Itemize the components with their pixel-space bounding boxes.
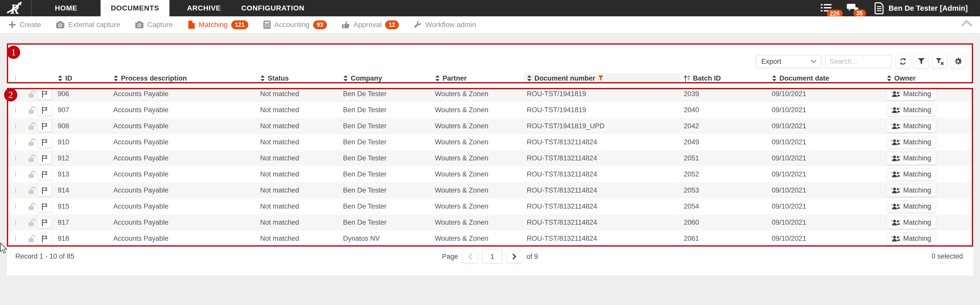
column-header-id[interactable]: ID xyxy=(55,73,110,83)
column-header-status[interactable]: Status xyxy=(257,73,340,83)
table-row[interactable]: 913Accounts PayableNot matchedBen De Tes… xyxy=(7,166,973,182)
table-row[interactable]: 914Accounts PayableNot matchedBen De Tes… xyxy=(7,182,973,199)
row-checkbox[interactable] xyxy=(15,172,16,177)
owner-button[interactable]: Matching xyxy=(886,88,936,100)
cell-company: Ben De Tester xyxy=(340,170,432,178)
table-row[interactable]: 907Accounts PayableNot matchedBen De Tes… xyxy=(7,102,973,118)
table-row[interactable]: 908Accounts PayableNot matchedBen De Tes… xyxy=(7,118,973,134)
app-logo[interactable]: R xyxy=(0,0,32,16)
column-header-process-description[interactable]: Process description xyxy=(110,73,257,83)
owner-button[interactable]: Matching xyxy=(886,184,936,197)
create-button[interactable]: Create xyxy=(8,21,41,29)
search-input[interactable] xyxy=(825,55,892,68)
unlock-icon xyxy=(28,219,36,227)
nav-tab-documents[interactable]: DOCUMENTS xyxy=(100,0,169,16)
sort-icon xyxy=(260,75,265,82)
approval-button[interactable]: Approval 12 xyxy=(342,21,399,29)
table-row[interactable]: 915Accounts PayableNot matchedBen De Tes… xyxy=(7,199,973,214)
row-checkbox[interactable] xyxy=(15,188,16,193)
clear-filter-button[interactable] xyxy=(932,55,947,68)
row-checkbox[interactable] xyxy=(15,236,16,241)
unlock-icon xyxy=(28,186,36,195)
matching-button[interactable]: Matching 121 xyxy=(188,20,248,29)
capture-button[interactable]: Capture xyxy=(135,21,173,29)
column-header-company[interactable]: Company xyxy=(340,73,432,83)
flag-button[interactable] xyxy=(38,201,52,212)
cell-document-number: ROU-TST/8132114824 xyxy=(524,202,681,210)
cell-document-number: ROU-TST/8132114824 xyxy=(524,154,681,162)
table-row[interactable]: 918Accounts PayableNot matchedDynatos NV… xyxy=(7,230,973,246)
unlock-icon xyxy=(28,235,36,243)
nav-tab-configuration[interactable]: CONFIGURATION xyxy=(239,0,307,16)
workflow-admin-button[interactable]: Workflow admin xyxy=(414,21,476,29)
owner-button[interactable]: Matching xyxy=(886,232,936,245)
owner-button[interactable]: Matching xyxy=(886,104,936,116)
sort-icon xyxy=(527,75,532,82)
cell-batch-id: 2061 xyxy=(681,235,769,243)
select-all-checkbox[interactable] xyxy=(15,75,16,81)
row-checkbox[interactable] xyxy=(15,220,16,225)
column-header-batch-id[interactable]: Batch ID xyxy=(681,73,769,83)
row-checkbox[interactable] xyxy=(15,204,16,209)
messages-button[interactable]: 35 xyxy=(847,3,859,14)
column-label: Batch ID xyxy=(693,75,721,83)
owner-button[interactable]: Matching xyxy=(886,216,936,229)
cell-id: 908 xyxy=(55,122,110,130)
row-checkbox[interactable] xyxy=(15,140,16,145)
column-header-document-date[interactable]: Document date xyxy=(769,73,883,83)
sort-icon xyxy=(113,75,118,82)
flag-button[interactable] xyxy=(38,217,52,228)
owner-label: Matching xyxy=(903,90,931,98)
table-row[interactable]: 912Accounts PayableNot matchedBen De Tes… xyxy=(7,150,973,166)
column-header-document-number[interactable]: Document number xyxy=(524,73,681,83)
column-label: Company xyxy=(351,75,382,83)
cell-status: Not matched xyxy=(257,186,340,194)
flag-button[interactable] xyxy=(38,121,52,132)
cell-document-date: 09/10/2021 xyxy=(769,106,883,114)
table-row[interactable]: 906Accounts PayableNot matchedBen De Tes… xyxy=(7,86,973,102)
flag-button[interactable] xyxy=(38,105,52,116)
table-row[interactable]: 917Accounts PayableNot matchedBen De Tes… xyxy=(7,214,973,230)
export-select[interactable]: Export xyxy=(756,55,821,68)
owner-label: Matching xyxy=(903,138,931,146)
nav-tab-home[interactable]: HOME xyxy=(32,0,100,16)
accounting-button[interactable]: Accounting 93 xyxy=(263,21,327,29)
cell-batch-id: 2053 xyxy=(681,186,769,194)
cell-status: Not matched xyxy=(257,154,340,162)
cell-process-description: Accounts Payable xyxy=(110,138,257,146)
flag-button[interactable] xyxy=(38,185,52,196)
owner-button[interactable]: Matching xyxy=(886,200,936,213)
toolbar-collapse-button[interactable] xyxy=(961,20,972,28)
column-header-owner[interactable]: Owner xyxy=(883,73,973,83)
owner-button[interactable]: Matching xyxy=(886,168,936,181)
row-checkbox[interactable] xyxy=(15,124,16,129)
owner-button[interactable]: Matching xyxy=(886,136,936,148)
queue-button[interactable]: 226 xyxy=(820,3,832,13)
row-checkbox[interactable] xyxy=(15,156,16,161)
nav-tab-archive[interactable]: ARCHIVE xyxy=(169,0,239,16)
flag-button[interactable] xyxy=(38,233,52,244)
refresh-button[interactable] xyxy=(896,55,910,68)
table-settings-button[interactable] xyxy=(951,55,966,68)
column-header-partner[interactable]: Partner xyxy=(432,73,524,83)
mouse-cursor xyxy=(0,243,8,254)
external-capture-button[interactable]: External capture xyxy=(56,21,120,29)
cell-id: 906 xyxy=(55,90,110,98)
flag-button[interactable] xyxy=(38,153,52,164)
cell-partner: Wouters & Zonen xyxy=(432,235,524,243)
flag-button[interactable] xyxy=(38,169,52,180)
flag-button[interactable] xyxy=(38,137,52,148)
owner-button[interactable]: Matching xyxy=(886,152,936,165)
table-row[interactable]: 910Accounts PayableNot matchedBen De Tes… xyxy=(7,134,973,150)
previous-page-button[interactable] xyxy=(462,250,478,263)
filter-button[interactable] xyxy=(914,55,929,68)
row-checkbox[interactable] xyxy=(15,91,16,97)
flag-button[interactable] xyxy=(38,89,52,100)
user-menu[interactable]: Ben De Tester [Admin] xyxy=(874,2,968,14)
row-checkbox[interactable] xyxy=(15,107,16,113)
next-page-button[interactable] xyxy=(507,250,522,263)
users-icon xyxy=(891,155,900,162)
page-number-input[interactable] xyxy=(482,249,503,264)
flag-icon xyxy=(41,203,48,210)
owner-button[interactable]: Matching xyxy=(886,120,936,132)
